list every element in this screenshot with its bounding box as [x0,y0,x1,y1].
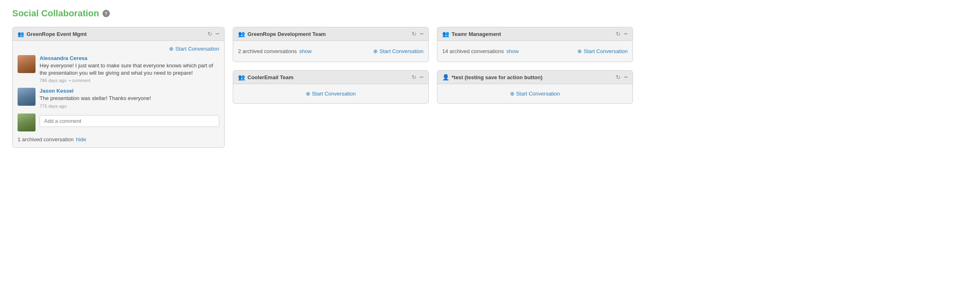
group-icon-5: 👤 [442,74,449,80]
start-btn-label-4: Start Conversation [312,91,356,97]
archived-row-3: 14 archived conversations show [442,48,519,54]
avatar-commenter [18,113,36,131]
board-card-3: 👥 Teamr Management ↻ − 14 archived conve… [437,27,633,62]
board-header-right-3: ↻ − [616,31,628,37]
board-header-right-2: ↻ − [412,31,423,37]
archived-link-2[interactable]: show [299,48,312,54]
author-jason[interactable]: Jason Kessel [40,88,219,94]
refresh-icon-2[interactable]: ↻ [412,31,416,37]
minimize-icon-4[interactable]: − [420,74,423,80]
comment-input-row [18,113,219,131]
board-body-1: ⊕ Start Conversation Alessandra Ceresa H… [13,41,224,147]
comment-link-1[interactable]: comment [72,78,90,83]
board-body-3: 14 archived conversations show ⊕ Start C… [437,41,633,62]
board-header-2: 👥 GreenRope Development Team ↻ − [233,27,428,41]
board-body-2: 2 archived conversations show ⊕ Start Co… [233,41,428,62]
comment-input[interactable] [40,115,219,127]
board-header-left-4: 👥 CoolerEmail Team [238,74,293,80]
minimize-icon-1[interactable]: − [216,31,219,37]
avatar-alessandra [18,55,36,73]
start-conversation-btn-1[interactable]: ⊕ Start Conversation [169,46,219,52]
plus-icon-2: ⊕ [373,48,378,54]
start-conversation-row-1: ⊕ Start Conversation [18,46,219,52]
refresh-icon-1[interactable]: ↻ [207,31,212,37]
board-title-3: Teamr Management [452,31,501,37]
minimize-icon-3[interactable]: − [624,31,628,37]
page-title: Social Collaboration ? [12,8,968,19]
board-card-5: 👤 *test (testing save for action button)… [437,70,633,104]
start-btn-label-2: Start Conversation [379,48,423,54]
meta-time-2: 775 days ago [40,104,67,109]
start-btn-label-5: Start Conversation [516,91,560,97]
plus-icon-5: ⊕ [510,91,514,97]
archived-link-1[interactable]: hide [76,136,86,142]
minimize-icon-2[interactable]: − [420,31,423,37]
right-column: 👥 Teamr Management ↻ − 14 archived conve… [437,27,633,104]
start-conversation-btn-4[interactable]: ⊕ Start Conversation [306,91,356,97]
board-header-5: 👤 *test (testing save for action button)… [437,71,633,84]
start-conversation-btn-2[interactable]: ⊕ Start Conversation [373,48,423,54]
help-icon[interactable]: ? [102,10,110,17]
group-icon-4: 👥 [238,74,245,80]
plus-icon-1: ⊕ [169,46,174,52]
group-icon-1: 👥 [18,31,24,37]
archived-link-3[interactable]: show [506,48,519,54]
archived-text-2: 2 archived conversations [238,48,297,54]
start-conversation-btn-5[interactable]: ⊕ Start Conversation [510,91,560,97]
text-1: Hey everyone! I just want to make sure t… [40,62,219,77]
board-header-right-4: ↻ − [412,74,423,80]
title-text: Social Collaboration [12,8,99,19]
board-header-4: 👥 CoolerEmail Team ↻ − [233,71,428,84]
board-title-2: GreenRope Development Team [247,31,326,37]
archived-start-row-2: 2 archived conversations show ⊕ Start Co… [238,46,423,57]
archived-text-3: 14 archived conversations [442,48,504,54]
board-title-1: GreenRope Event Mgmt [27,31,87,37]
board-header-left-2: 👥 GreenRope Development Team [238,31,326,37]
conversation-item-2: Jason Kessel The presentation was stella… [18,88,219,108]
meta-time-1: 786 days ago [40,78,67,83]
board-card-2: 👥 GreenRope Development Team ↻ − 2 archi… [233,27,429,62]
board-header-1: 👥 GreenRope Event Mgmt ↻ − [13,27,224,41]
text-2: The presentation was stellar! Thanks eve… [40,95,219,102]
meta-2: 775 days ago [40,104,219,109]
board-card-4: 👥 CoolerEmail Team ↻ − ⊕ Start Conversat… [233,70,429,104]
archived-row-2: 2 archived conversations show [238,48,312,54]
comment-content [40,113,219,131]
group-icon-2: 👥 [238,31,245,37]
boards-layout: 👥 GreenRope Event Mgmt ↻ − ⊕ Start Conve… [12,27,968,148]
board-header-left-1: 👥 GreenRope Event Mgmt [18,31,87,37]
board-title-5: *test (testing save for action button) [452,74,542,80]
page-header: Social Collaboration ? [12,8,968,19]
start-btn-label-1: Start Conversation [175,46,219,52]
archived-text-1: 1 archived conversation [18,136,74,142]
start-conversation-btn-3[interactable]: ⊕ Start Conversation [577,48,628,54]
avatar-jason [18,88,36,106]
middle-column: 👥 GreenRope Development Team ↻ − 2 archi… [233,27,429,104]
group-icon-3: 👥 [442,31,449,37]
meta-1: 786 days ago • comment [40,78,219,83]
plus-icon-3: ⊕ [577,48,582,54]
board-title-4: CoolerEmail Team [247,74,293,80]
board-body-4: ⊕ Start Conversation [233,84,428,103]
plus-icon-4: ⊕ [306,91,310,97]
board-header-right-5: ↻ − [616,74,628,80]
board-header-left-5: 👤 *test (testing save for action button) [442,74,542,80]
refresh-icon-3[interactable]: ↻ [616,31,621,37]
archived-row-1: 1 archived conversation hide [18,136,219,142]
board-header-3: 👥 Teamr Management ↻ − [437,27,633,41]
archived-start-row-3: 14 archived conversations show ⊕ Start C… [442,46,628,57]
minimize-icon-5[interactable]: − [624,74,628,80]
board-header-left-3: 👥 Teamr Management [442,31,501,37]
board-card-1: 👥 GreenRope Event Mgmt ↻ − ⊕ Start Conve… [12,27,225,148]
board-body-5: ⊕ Start Conversation [437,84,633,103]
board-greenrope-event: 👥 GreenRope Event Mgmt ↻ − ⊕ Start Conve… [12,27,225,148]
conversation-content-1: Alessandra Ceresa Hey everyone! I just w… [40,55,219,83]
author-alessandra[interactable]: Alessandra Ceresa [40,55,219,61]
start-btn-label-3: Start Conversation [584,48,628,54]
refresh-icon-5[interactable]: ↻ [616,74,621,80]
conversation-item-1: Alessandra Ceresa Hey everyone! I just w… [18,55,219,83]
refresh-icon-4[interactable]: ↻ [412,74,416,80]
board-header-right-1: ↻ − [207,31,219,37]
conversation-content-2: Jason Kessel The presentation was stella… [40,88,219,108]
